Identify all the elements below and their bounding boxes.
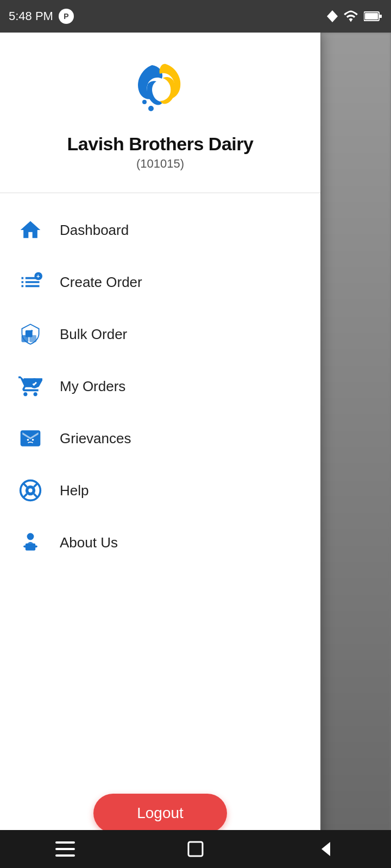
svg-point-4 bbox=[148, 106, 154, 111]
svg-marker-0 bbox=[327, 10, 338, 22]
wifi-icon bbox=[343, 10, 358, 22]
nav-back-button[interactable] bbox=[310, 833, 342, 865]
svg-point-21 bbox=[28, 488, 32, 492]
svg-point-12 bbox=[27, 439, 29, 441]
svg-point-5 bbox=[142, 100, 147, 104]
svg-rect-28 bbox=[188, 842, 203, 856]
my-orders-icon bbox=[16, 372, 45, 400]
sidebar-item-grievances[interactable]: Grievances bbox=[5, 412, 315, 464]
create-order-label: Create Order bbox=[60, 274, 142, 291]
dashboard-label: Dashboard bbox=[60, 222, 129, 239]
svg-rect-2 bbox=[365, 13, 378, 20]
svg-line-17 bbox=[34, 483, 37, 487]
svg-rect-3 bbox=[380, 15, 382, 18]
logo-section: Lavish Brothers Dairy (101015) bbox=[0, 33, 320, 182]
svg-line-16 bbox=[23, 483, 27, 487]
background-overlay bbox=[320, 33, 391, 868]
sidebar-item-dashboard[interactable]: Dashboard bbox=[5, 204, 315, 256]
navigation-drawer: Lavish Brothers Dairy (101015) Dashboard bbox=[0, 33, 320, 868]
svg-point-13 bbox=[32, 439, 34, 441]
sidebar-item-create-order[interactable]: + Create Order bbox=[5, 256, 315, 308]
bulk-order-label: Bulk Order bbox=[60, 326, 127, 343]
create-order-icon: + bbox=[16, 268, 45, 296]
status-right bbox=[327, 10, 382, 22]
app-logo bbox=[125, 54, 195, 125]
svg-line-19 bbox=[34, 494, 37, 497]
svg-line-18 bbox=[23, 494, 27, 497]
status-left: 5:48 PM P bbox=[9, 9, 74, 24]
about-us-label: About Us bbox=[60, 534, 118, 551]
background-blur bbox=[320, 33, 391, 868]
svg-rect-27 bbox=[55, 854, 75, 857]
signal-icon bbox=[327, 10, 338, 22]
svg-rect-26 bbox=[55, 848, 75, 850]
svg-rect-10 bbox=[26, 330, 33, 337]
my-orders-label: My Orders bbox=[60, 378, 125, 395]
header-divider bbox=[0, 193, 320, 193]
time-display: 5:48 PM bbox=[9, 9, 53, 23]
battery-icon bbox=[364, 11, 382, 22]
menu-list: Dashboard + Create Order bbox=[0, 204, 320, 783]
grievances-label: Grievances bbox=[60, 430, 131, 447]
navigation-bar bbox=[0, 830, 391, 868]
logout-button[interactable]: Logout bbox=[93, 794, 227, 833]
company-id: (101015) bbox=[136, 157, 184, 171]
home-icon bbox=[16, 216, 45, 244]
svg-marker-29 bbox=[321, 842, 330, 856]
svg-rect-25 bbox=[55, 841, 75, 844]
nav-home-button[interactable] bbox=[179, 833, 212, 865]
sidebar-item-help[interactable]: Help bbox=[5, 464, 315, 516]
nav-menu-button[interactable] bbox=[49, 833, 81, 865]
company-name: Lavish Brothers Dairy bbox=[67, 133, 254, 155]
about-us-icon bbox=[16, 528, 45, 557]
svg-text:+: + bbox=[36, 273, 40, 279]
status-bar: 5:48 PM P bbox=[0, 0, 391, 33]
grievances-icon bbox=[16, 424, 45, 452]
main-layout: Lavish Brothers Dairy (101015) Dashboard bbox=[0, 33, 391, 868]
help-label: Help bbox=[60, 482, 89, 499]
sidebar-item-bulk-order[interactable]: Bulk Order bbox=[5, 308, 315, 360]
sidebar-item-my-orders[interactable]: My Orders bbox=[5, 360, 315, 412]
bulk-order-icon bbox=[16, 320, 45, 348]
svg-rect-24 bbox=[23, 546, 37, 548]
help-icon bbox=[16, 476, 45, 505]
svg-point-22 bbox=[27, 533, 34, 540]
sidebar-item-about-us[interactable]: About Us bbox=[5, 516, 315, 569]
notification-icon: P bbox=[59, 9, 74, 24]
